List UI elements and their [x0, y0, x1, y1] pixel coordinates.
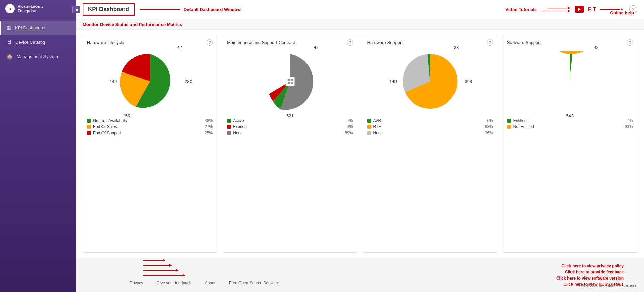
- sidebar-item-kpi-dashboard[interactable]: ▦ KPI Dashboard: [0, 21, 76, 35]
- legend-software-support: Entitled 7% Not Entitled 93%: [507, 118, 633, 130]
- number-top-1: 42: [177, 45, 182, 50]
- svg-rect-1: [288, 79, 290, 81]
- svg-marker-9: [163, 259, 165, 262]
- legend-item-avr: AVR 6%: [367, 118, 493, 123]
- chart-title-software-support: Software Support: [507, 40, 541, 45]
- youtube-icon[interactable]: [575, 6, 584, 13]
- chart-help-hardware-lifecycle[interactable]: ?: [207, 39, 213, 46]
- pie-maintenance: 42 521: [260, 51, 320, 112]
- video-tutorials-label: Video Tutorials: [505, 7, 537, 12]
- maintenance-support-card: Maintenance and Support Contract ? 42 52…: [223, 35, 357, 253]
- number-top-3: 38: [454, 45, 459, 50]
- legend-item-active: Active 7%: [227, 118, 353, 123]
- number-right-1: 280: [185, 79, 192, 84]
- pie-svg-1: [120, 51, 180, 112]
- footer-content: Privacy Give your feedback About Free Op…: [83, 264, 637, 287]
- chart-header-software-support: Software Support ?: [507, 39, 633, 46]
- legend-item-entitled: Entitled 7%: [507, 118, 633, 123]
- pie-software-support: 42 543: [539, 51, 600, 112]
- chart-container-hardware-support: 38 149 398 AVR 6%: [367, 48, 493, 137]
- svg-marker-12: [183, 274, 185, 277]
- pie-hardware-lifecycle: 42 149 280 156: [120, 51, 180, 112]
- legend-hardware-support: AVR 6% RTF 68% None 26%: [367, 118, 493, 137]
- chart-title-maintenance: Maintenance and Support Contract: [227, 40, 295, 45]
- svg-marker-10: [169, 264, 172, 267]
- hardware-lifecycle-card: Hardware Lifecycle ? 42 149 280 156: [83, 35, 217, 253]
- chart-help-maintenance[interactable]: ?: [347, 39, 353, 46]
- chart-title-hardware-support: Hardware Support: [367, 40, 403, 45]
- footer-arrows-area: [83, 264, 556, 281]
- pie-svg-4: [539, 51, 600, 112]
- footer-annotation-1: Click here to view privacy policy: [561, 264, 624, 268]
- legend-maintenance: Active 7% Expired 4% None 89%: [227, 118, 353, 137]
- chart-container-hardware-lifecycle: 42 149 280 156 General Availa: [87, 48, 213, 137]
- number-bottom-1: 156: [123, 113, 130, 118]
- svg-rect-3: [288, 82, 290, 84]
- chart-help-hardware-support[interactable]: ?: [487, 39, 493, 46]
- logo-area: a Alcatel·Lucent Enterprise: [0, 0, 76, 18]
- svg-rect-2: [291, 79, 293, 81]
- hardware-support-card: Hardware Support ? 38 149 398: [363, 35, 497, 253]
- software-support-card: Software Support ? 42 543 Entitled: [503, 35, 637, 253]
- number-top-2: 42: [314, 45, 318, 50]
- sidebar-item-device-catalog[interactable]: 🖥 Device Catalog: [0, 35, 76, 49]
- footer-copyright: 2024© Alcatel-Lucent Enterprise: [579, 283, 637, 288]
- monitor-icon: 🖥: [6, 39, 12, 45]
- chart-container-software-support: 42 543 Entitled 7% Not Entitl: [507, 48, 633, 130]
- chart-header-maintenance: Maintenance and Support Contract ?: [227, 39, 353, 46]
- page-title: KPI Dashboard: [83, 3, 135, 16]
- privacy-link[interactable]: Privacy: [130, 281, 143, 285]
- sidebar-navigation: ▦ KPI Dashboard 🖥 Device Catalog 🏠 Manag…: [0, 21, 76, 64]
- charts-area: Hardware Lifecycle ? 42 149 280 156: [76, 30, 644, 258]
- logo-icon: a: [5, 4, 15, 13]
- home-icon: 🏠: [6, 53, 13, 60]
- number-right-3: 398: [465, 79, 472, 84]
- sub-header: Monitor Device Status and Performance Me…: [76, 19, 644, 30]
- legend-item-ga: General Availability 48%: [87, 118, 213, 123]
- legend-item-none-m: None 89%: [227, 130, 353, 135]
- sidebar-item-management-system[interactable]: 🏠 Management System: [0, 49, 76, 64]
- svg-marker-11: [176, 269, 179, 272]
- default-window-annotation: Default Dashboard Window: [140, 7, 241, 12]
- logo-text: Alcatel·Lucent Enterprise: [18, 4, 43, 13]
- number-top-4: 42: [594, 45, 598, 50]
- legend-item-rtf: RTF 68%: [367, 124, 493, 129]
- chart-help-software-support[interactable]: ?: [627, 39, 633, 46]
- number-bottom-4: 543: [566, 113, 574, 118]
- online-help-label: Online help: [610, 10, 634, 16]
- sidebar-toggle[interactable]: ◀: [72, 6, 80, 13]
- footer-annotation-2: Click here to provide feedback: [565, 270, 624, 274]
- number-left-3: 149: [389, 79, 397, 84]
- sub-header-text: Monitor Device Status and Performance Me…: [83, 22, 182, 27]
- grid-icon: ▦: [6, 25, 11, 31]
- legend-item-eos: End Of Sales 27%: [87, 124, 213, 129]
- footer-annotation-3: Click here to view software version: [556, 276, 624, 281]
- chart-title-hardware-lifecycle: Hardware Lifecycle: [87, 40, 124, 45]
- video-arrows: [541, 7, 570, 12]
- legend-item-not-entitled: Not Entitled 93%: [507, 124, 633, 129]
- svg-rect-4: [291, 82, 293, 84]
- ft-label: F T: [588, 6, 596, 12]
- footer-left: Privacy Give your feedback About Free Op…: [83, 264, 556, 285]
- main-header: KPI Dashboard Default Dashboard Window V…: [76, 0, 644, 19]
- main-content: KPI Dashboard Default Dashboard Window V…: [76, 0, 644, 292]
- footer-arrow-svg: [143, 257, 312, 284]
- pie-svg-3: [400, 51, 460, 112]
- chart-header-hardware-lifecycle: Hardware Lifecycle ?: [87, 39, 213, 46]
- chart-header-hardware-support: Hardware Support ?: [367, 39, 493, 46]
- legend-hardware-lifecycle: General Availability 48% End Of Sales 27…: [87, 118, 213, 137]
- number-bottom-2: 521: [286, 113, 294, 118]
- pie-hardware-support: 38 149 398: [400, 51, 460, 112]
- sidebar: a Alcatel·Lucent Enterprise ◀ ▦ KPI Dash…: [0, 0, 76, 292]
- legend-item-none-hs: None 26%: [367, 130, 493, 135]
- legend-item-expired: Expired 4%: [227, 124, 353, 129]
- number-left-1: 149: [110, 79, 117, 84]
- chart-container-maintenance: 42 521: [227, 48, 353, 137]
- legend-item-eosup: End Of Support 25%: [87, 130, 213, 135]
- footer: Privacy Give your feedback About Free Op…: [76, 258, 644, 292]
- pie-svg-2: [260, 51, 320, 112]
